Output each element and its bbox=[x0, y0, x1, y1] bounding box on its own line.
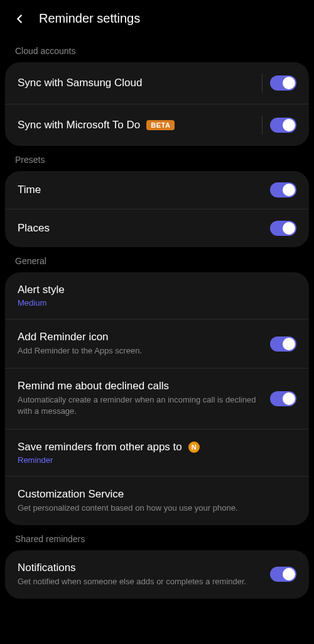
divider bbox=[262, 116, 263, 135]
notifications-row[interactable]: Notifications Get notified when someone … bbox=[5, 550, 309, 599]
customization-subtitle: Get personalized content based on how yo… bbox=[18, 502, 296, 514]
new-badge: N bbox=[188, 441, 200, 453]
places-label: Places bbox=[18, 222, 270, 235]
header: Reminder settings bbox=[0, 0, 314, 37]
add-icon-toggle[interactable] bbox=[270, 336, 296, 352]
section-header-general: General bbox=[0, 247, 314, 272]
alert-style-label: Alert style bbox=[18, 284, 296, 296]
sync-samsung-row[interactable]: Sync with Samsung Cloud bbox=[5, 62, 309, 104]
page-title: Reminder settings bbox=[39, 11, 140, 26]
customization-row[interactable]: Customization Service Get personalized c… bbox=[5, 476, 309, 525]
sync-samsung-toggle[interactable] bbox=[270, 75, 296, 91]
customization-label: Customization Service bbox=[18, 488, 296, 501]
section-cloud: Sync with Samsung Cloud Sync with Micros… bbox=[5, 62, 309, 146]
places-row[interactable]: Places bbox=[5, 209, 309, 247]
sync-microsoft-toggle[interactable] bbox=[270, 118, 296, 133]
notifications-subtitle: Get notified when someone else adds or c… bbox=[18, 576, 270, 587]
places-toggle[interactable] bbox=[270, 221, 296, 236]
notifications-toggle[interactable] bbox=[270, 567, 296, 582]
section-header-cloud: Cloud accounts bbox=[0, 37, 314, 62]
add-icon-subtitle: Add Reminder to the Apps screen. bbox=[18, 345, 270, 357]
section-shared: Notifications Get notified when someone … bbox=[5, 550, 309, 599]
notifications-label: Notifications bbox=[18, 562, 270, 574]
time-row[interactable]: Time bbox=[5, 171, 309, 209]
sync-samsung-label: Sync with Samsung Cloud bbox=[18, 77, 262, 89]
section-header-shared: Shared reminders bbox=[0, 525, 314, 550]
declined-calls-subtitle: Automatically create a reminder when an … bbox=[18, 394, 270, 417]
section-presets: Time Places bbox=[5, 171, 309, 247]
declined-calls-row[interactable]: Remind me about declined calls Automatic… bbox=[5, 368, 309, 428]
time-label: Time bbox=[18, 184, 270, 196]
beta-badge: BETA bbox=[146, 120, 175, 130]
declined-calls-toggle[interactable] bbox=[270, 391, 296, 406]
declined-calls-label: Remind me about declined calls bbox=[18, 380, 270, 392]
save-from-value: Reminder bbox=[18, 455, 296, 465]
alert-style-value: Medium bbox=[18, 298, 296, 308]
section-header-presets: Presets bbox=[0, 146, 314, 171]
section-general: Alert style Medium Add Reminder icon Add… bbox=[5, 272, 309, 525]
add-icon-label: Add Reminder icon bbox=[18, 331, 270, 343]
save-from-label: Save reminders from other apps to N bbox=[18, 441, 296, 453]
sync-microsoft-label: Sync with Microsoft To Do BETA bbox=[18, 119, 262, 131]
sync-microsoft-row[interactable]: Sync with Microsoft To Do BETA bbox=[5, 104, 309, 146]
save-from-row[interactable]: Save reminders from other apps to N Remi… bbox=[5, 429, 309, 476]
add-icon-row[interactable]: Add Reminder icon Add Reminder to the Ap… bbox=[5, 319, 309, 368]
back-icon[interactable] bbox=[13, 12, 26, 26]
time-toggle[interactable] bbox=[270, 182, 296, 197]
alert-style-row[interactable]: Alert style Medium bbox=[5, 272, 309, 319]
divider bbox=[262, 74, 263, 92]
